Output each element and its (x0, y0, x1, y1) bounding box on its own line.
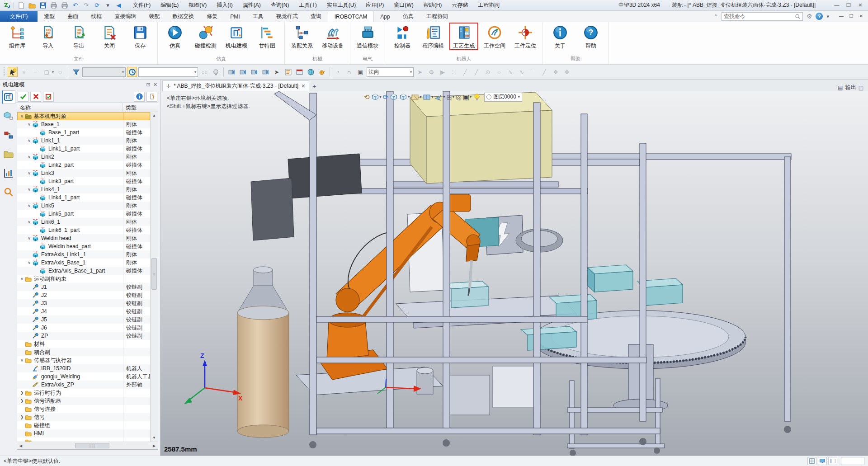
ribbon-button-碰撞检测[interactable]: 碰撞检测 (190, 24, 221, 50)
new-file-icon[interactable] (17, 1, 25, 9)
tree-row[interactable]: Base_1_part碰撞体 (17, 128, 150, 137)
ribbon-button-移动设备[interactable]: 移动设备 (317, 24, 348, 50)
align-2-icon[interactable] (238, 67, 248, 77)
tree-row[interactable]: ∨基本机电对象 (17, 112, 150, 120)
layer-combo[interactable]: 图层0000▾ (484, 93, 522, 102)
section-blue-icon[interactable]: ▾ (423, 92, 433, 102)
expand-open-icon[interactable]: ∨ (26, 138, 32, 143)
arc2-dis-icon[interactable]: ⌒ (528, 67, 538, 77)
tab-App[interactable]: App (374, 11, 396, 22)
tree-row[interactable]: ∨Link1_1刚体 (17, 137, 150, 145)
horizontal-scrollbar[interactable]: ◀ ∣∣∣ ▶ (17, 442, 158, 449)
expand-open-icon[interactable]: ∨ (26, 171, 32, 175)
ribbon-button-工件定位[interactable]: 工件定位 (510, 24, 541, 50)
ribbon-button-机电建模[interactable]: 机电建模 (221, 24, 252, 50)
column-header-name[interactable]: 名称 (17, 103, 123, 112)
expand-open-icon[interactable]: ∨ (26, 187, 32, 192)
tree-row[interactable]: 材料 (17, 340, 150, 348)
tree-row[interactable]: ∨Link4_1刚体 (17, 185, 150, 193)
tree-row[interactable]: Link5_part碰撞体 (17, 210, 150, 218)
spline-dis-icon[interactable]: ∿ (505, 67, 515, 77)
lasso-select-icon[interactable]: ◌ (55, 67, 65, 77)
tree-row[interactable]: ∨Weldin head刚体 (17, 234, 150, 242)
expand-closed-icon[interactable]: ❯ (19, 391, 25, 395)
scroll-up-icon[interactable]: ▲ (151, 112, 158, 119)
tree-row[interactable]: ExtraAxis_Base_1_part碰撞体 (17, 267, 150, 275)
panel-toggle-icon[interactable] (828, 457, 837, 465)
arc-icon[interactable]: ∩ (344, 67, 354, 77)
dock-chart-icon[interactable] (2, 166, 15, 180)
axis-dis-icon[interactable]: ╱ (539, 67, 549, 77)
tree-row[interactable]: J2铰链副 (17, 291, 150, 299)
tree-row[interactable]: ❯信号 (17, 413, 150, 421)
status-command-input[interactable] (841, 457, 864, 465)
globe-icon[interactable] (306, 67, 316, 77)
align-3-icon[interactable] (249, 67, 259, 77)
target-icon[interactable]: ◎ (456, 92, 462, 102)
tree-row[interactable]: gongju_Welding机器人工具 (17, 372, 150, 381)
fly-view-icon[interactable]: ▾ (434, 92, 445, 102)
ribbon-button-导入[interactable]: UBDF导入 (33, 24, 63, 50)
cancel-button[interactable] (30, 92, 41, 102)
tab-查询[interactable]: 查询 (304, 11, 328, 22)
tab-直接编辑[interactable]: 直接编辑 (108, 11, 142, 22)
tab-文件(F)[interactable]: 文件(F) (0, 11, 38, 22)
tree-row[interactable]: J3铰链副 (17, 299, 150, 307)
tree-row[interactable]: J6铰链副 (17, 324, 150, 332)
auto-regen-tool[interactable] (127, 67, 137, 77)
tree-row[interactable]: ∨Base_1刚体 (17, 120, 150, 128)
ellipse-dis-icon[interactable]: ○ (494, 67, 504, 77)
pair-icon[interactable]: ⚏ (199, 67, 209, 77)
dock-connection-icon[interactable] (2, 128, 15, 142)
tab-造型[interactable]: 造型 (38, 11, 61, 22)
tab-close-icon[interactable]: ✕ (301, 83, 305, 89)
tree-row[interactable] (17, 438, 150, 442)
list-icon[interactable] (283, 67, 293, 77)
print-icon[interactable] (50, 1, 57, 9)
tree-row[interactable]: Link2_part碰撞体 (17, 161, 150, 169)
help-dropdown-icon[interactable]: ▾ (826, 14, 829, 19)
window-tool-icon[interactable] (294, 67, 304, 77)
normal-combo[interactable]: 法向▾ (367, 67, 414, 77)
ribbon-button-关于[interactable]: 关于 (545, 24, 576, 50)
line-dis-icon[interactable]: ╱ (460, 67, 470, 77)
scroll-left-icon[interactable]: ◀ (17, 444, 24, 448)
ribbon-button-组件库[interactable]: 组件库 (2, 24, 33, 50)
doc-restore-button[interactable]: ❐ (847, 13, 855, 19)
quickbar-dropdown-icon[interactable]: ▾ (104, 1, 112, 9)
tab-视觉样式[interactable]: 视觉样式 (270, 11, 304, 22)
plane-icon[interactable]: ▣ (355, 67, 365, 77)
command-search[interactable] (722, 12, 803, 21)
viewport-3d-scene[interactable]: Z X (160, 91, 868, 456)
view-undo-icon[interactable]: ⟲ (364, 92, 370, 102)
new-tab-button[interactable]: + (309, 81, 319, 91)
menu-插入(I)[interactable]: 插入(I) (212, 0, 236, 10)
panel-close-button[interactable]: ✕ (153, 82, 157, 88)
expand-open-icon[interactable]: ∨ (26, 122, 32, 127)
tree-row[interactable]: ZP铰链副 (17, 332, 150, 340)
ribbon-button-甘特图[interactable]: 甘特图 (252, 24, 283, 50)
dock-library-icon[interactable] (2, 147, 15, 161)
panel-pin-button[interactable]: ⊡ (146, 82, 151, 88)
ribbon-button-通信模块[interactable]: 通信模块 (352, 24, 383, 50)
menu-实用工具(U)[interactable]: 实用工具(U) (323, 0, 360, 10)
play-dis-icon[interactable]: ▶ (438, 67, 448, 77)
block-dis-icon[interactable]: ❖ (551, 67, 561, 77)
window-restore-button[interactable]: ❐ (844, 2, 854, 9)
tree-row[interactable]: IRB_1520ID机器人 (17, 364, 150, 372)
selection-loop-icon[interactable]: ⟳ (93, 1, 101, 9)
flip-page-button[interactable] (146, 92, 157, 102)
tab-装配[interactable]: 装配 (142, 11, 166, 22)
expand-closed-icon[interactable]: ❯ (19, 399, 25, 403)
hscroll-thumb[interactable]: ∣∣∣ (75, 443, 109, 448)
menu-视图(V)[interactable]: 视图(V) (184, 0, 211, 10)
tree-row[interactable]: 耦合副 (17, 348, 150, 356)
menu-工具(T)[interactable]: 工具(T) (295, 0, 321, 10)
tree-row[interactable]: Link1_1_part碰撞体 (17, 145, 150, 153)
points-dis-icon[interactable]: ∷ (449, 67, 459, 77)
print-batch-icon[interactable] (61, 1, 68, 9)
tree-row[interactable]: ∨Link2刚体 (17, 153, 150, 161)
vertical-scrollbar[interactable]: ▲ ▼ (150, 112, 158, 442)
menu-工程协同[interactable]: 工程协同 (474, 0, 504, 10)
pick-tool[interactable] (8, 67, 18, 77)
